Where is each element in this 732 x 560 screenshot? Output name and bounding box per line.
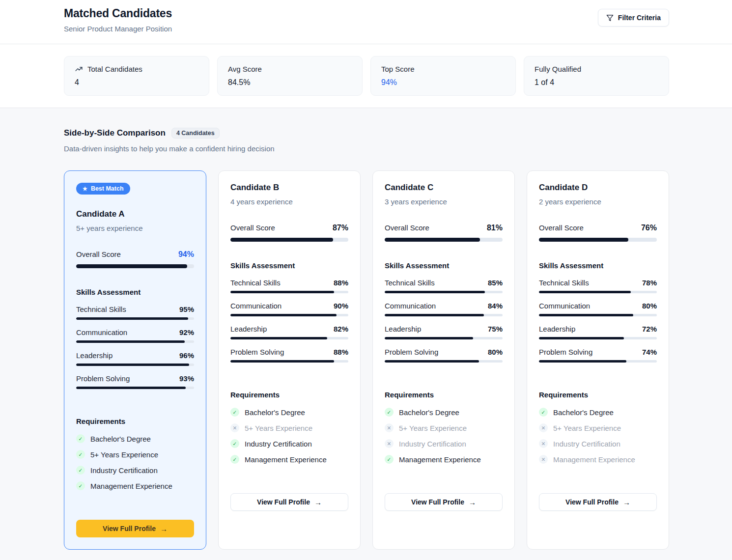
requirement-label: Bachelor's Degree [399, 408, 459, 417]
skill-value: 80% [642, 302, 657, 310]
arrow-right-icon: → [469, 499, 476, 506]
stat-label: Avg Score [228, 65, 262, 73]
skill-row: Communication 92% [76, 328, 194, 343]
skill-label: Leadership [539, 325, 575, 333]
requirement-label: Bachelor's Degree [553, 408, 614, 417]
skill-label: Communication [539, 302, 590, 310]
check-icon: ✓ [385, 408, 394, 417]
skills-list: Technical Skills 95% Communication 92% L… [76, 305, 194, 397]
skill-bar [385, 314, 503, 316]
overall-score-block: Overall Score 76% [539, 224, 657, 242]
skill-value: 74% [642, 348, 657, 356]
x-icon: ✕ [230, 423, 239, 432]
skill-bar [230, 360, 348, 363]
requirement-label: 5+ Years Experience [553, 424, 621, 432]
candidate-card: Candidate B 4 years experience Overall S… [218, 170, 361, 550]
candidate-experience: 5+ years experience [76, 224, 194, 232]
stat-header: Top Score [381, 65, 505, 73]
check-icon: ✓ [230, 455, 239, 464]
header-text: Matched Candidates Senior Product Manage… [64, 7, 172, 33]
view-full-profile-label: View Full Profile [411, 498, 464, 506]
overall-score-value: 94% [178, 250, 194, 259]
arrow-right-icon: → [314, 499, 322, 506]
requirements-list: ✓ Bachelor's Degree ✓ 5+ Years Experienc… [76, 434, 194, 497]
skill-label: Problem Solving [539, 348, 592, 356]
skill-value: 95% [179, 305, 194, 313]
skill-bar [230, 291, 348, 293]
skill-bar [385, 291, 503, 293]
skill-label: Communication [76, 328, 127, 336]
x-icon: ✕ [539, 455, 548, 464]
skill-value: 85% [488, 279, 503, 287]
stat-label: Total Candidates [87, 65, 142, 73]
skill-row: Leadership 75% [385, 325, 503, 339]
requirement-row: ✕ 5+ Years Experience [385, 423, 503, 432]
skills-list: Technical Skills 85% Communication 84% L… [385, 279, 503, 371]
comparison-title: Side-by-Side Comparison [64, 128, 166, 138]
candidate-experience: 2 years experience [539, 197, 657, 206]
candidate-count-badge: 4 Candidates [171, 128, 220, 139]
skill-row: Technical Skills 88% [230, 279, 348, 293]
skill-row: Communication 84% [385, 302, 503, 316]
overall-score-bar [385, 238, 503, 242]
stat-label: Top Score [381, 65, 415, 73]
skill-label: Technical Skills [385, 279, 435, 287]
skill-label: Technical Skills [76, 305, 126, 313]
requirements-section-title: Requirements [230, 391, 348, 399]
skills-section-title: Skills Assessment [76, 288, 194, 296]
skill-value: 88% [334, 279, 348, 287]
star-icon: ★ [83, 186, 87, 192]
arrow-right-icon: → [160, 525, 168, 532]
requirement-row: ✓ Management Experience [76, 481, 194, 490]
requirement-row: ✓ Bachelor's Degree [539, 408, 657, 417]
view-full-profile-button[interactable]: View Full Profile → [230, 493, 348, 511]
skill-bar [539, 360, 657, 363]
requirement-label: Industry Certification [553, 440, 620, 448]
stat-card: Top Score 94% [370, 56, 516, 96]
skill-bar [76, 387, 194, 389]
best-match-badge: ★ Best Match [76, 183, 130, 195]
candidate-name: Candidate D [539, 183, 657, 193]
view-full-profile-button[interactable]: View Full Profile → [76, 520, 194, 537]
skill-value: 92% [179, 328, 194, 336]
requirement-row: ✓ 5+ Years Experience [76, 450, 194, 459]
skill-row: Problem Solving 80% [385, 348, 503, 363]
requirement-row: ✕ 5+ Years Experience [230, 423, 348, 432]
overall-score-label: Overall Score [385, 224, 429, 232]
skill-row: Problem Solving 88% [230, 348, 348, 363]
overall-score-value: 87% [333, 224, 348, 232]
requirements-list: ✓ Bachelor's Degree ✕ 5+ Years Experienc… [230, 408, 348, 471]
requirements-list: ✓ Bachelor's Degree ✕ 5+ Years Experienc… [539, 408, 657, 471]
candidate-card: Candidate C 3 years experience Overall S… [372, 170, 515, 550]
skill-label: Communication [230, 302, 282, 310]
requirement-row: ✓ Bachelor's Degree [230, 408, 348, 417]
skills-list: Technical Skills 78% Communication 80% L… [539, 279, 657, 371]
skill-label: Technical Skills [539, 279, 589, 287]
skill-row: Technical Skills 95% [76, 305, 194, 320]
page-header: Matched Candidates Senior Product Manage… [0, 0, 732, 44]
comparison-section: Side-by-Side Comparison 4 Candidates Dat… [0, 108, 732, 560]
requirements-section-title: Requirements [385, 391, 503, 399]
page-subtitle: Senior Product Manager Position [64, 25, 172, 33]
skill-row: Communication 80% [539, 302, 657, 316]
candidates-grid: ★ Best Match Candidate A 5+ years experi… [64, 170, 669, 550]
filter-criteria-button[interactable]: Filter Criteria [598, 9, 669, 27]
overall-score-bar [76, 264, 194, 268]
comparison-subtitle: Data-driven insights to help you make a … [64, 144, 669, 153]
x-icon: ✕ [539, 439, 548, 448]
skill-value: 90% [334, 302, 348, 310]
check-icon: ✓ [385, 455, 394, 464]
requirement-label: Management Experience [245, 455, 327, 464]
overall-score-bar [230, 238, 348, 242]
skill-row: Technical Skills 85% [385, 279, 503, 293]
requirement-label: Management Experience [90, 482, 172, 490]
view-full-profile-button[interactable]: View Full Profile → [539, 493, 657, 511]
overall-score-label: Overall Score [539, 224, 584, 232]
view-full-profile-button[interactable]: View Full Profile → [385, 493, 503, 511]
view-full-profile-label: View Full Profile [565, 498, 619, 506]
skill-label: Problem Solving [76, 374, 130, 383]
stat-card: Total Candidates 4 [64, 56, 209, 96]
stats-band: Total Candidates 4 Avg Score 84.5% Top S… [0, 44, 732, 108]
requirement-row: ✕ 5+ Years Experience [539, 423, 657, 432]
skill-bar [539, 291, 657, 293]
